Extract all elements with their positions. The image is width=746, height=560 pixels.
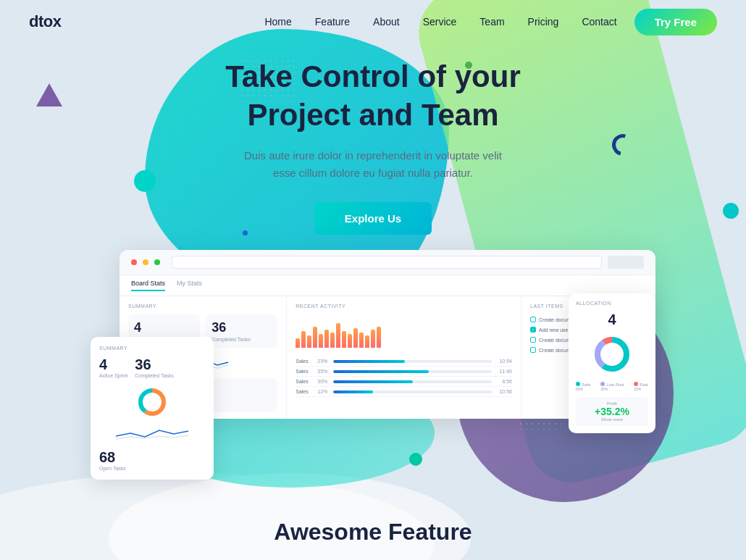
bar-15 (377, 327, 381, 348)
bar-8 (336, 323, 340, 348)
dot-teal-bottom-icon (409, 453, 422, 466)
footer-section: Awesome Feature (0, 504, 746, 560)
float-donut (99, 384, 205, 420)
brand-logo: dtox (29, 12, 61, 31)
tab-board-stats[interactable]: Board Stats (131, 280, 165, 291)
active-sprint-num: 4 (134, 320, 194, 335)
act-row-2: Sales 35% 11:40 (296, 367, 512, 377)
dashboard-mockup: Board Stats My Stats SUMMARY 4 Active Sp… (91, 250, 655, 419)
activity-col: Recent Activity (287, 296, 521, 419)
completed-tasks-card: 36 Completed Tasks (206, 314, 277, 348)
bar-2 (301, 331, 306, 348)
nav-feature[interactable]: Feature (315, 16, 350, 28)
bar-13 (365, 335, 369, 348)
nav-about[interactable]: About (373, 16, 400, 28)
allocation-title: ALLOCATION (576, 301, 648, 306)
activity-bar-chart (296, 314, 512, 351)
bar-6 (324, 330, 329, 348)
summary-title: SUMMARY (128, 304, 277, 309)
summary-float-card: SUMMARY 4 Active Sprint 36 Completed Tas… (91, 337, 214, 480)
nav-links: Home Feature About Service Team Pricing … (264, 15, 616, 28)
dashboard-search[interactable] (172, 256, 602, 269)
float-sparkline (99, 426, 205, 440)
bar-9 (342, 331, 346, 348)
navbar: dtox Home Feature About Service Team Pri… (0, 0, 746, 43)
completed-tasks-label: Completed Tasks (211, 337, 272, 342)
bar-10 (348, 334, 352, 348)
nav-contact[interactable]: Contact (582, 16, 616, 28)
dashboard-action[interactable] (608, 256, 644, 269)
completed-tasks-num: 36 (211, 320, 272, 335)
nav-home[interactable]: Home (264, 16, 291, 28)
show-more-link[interactable]: Show more (580, 417, 644, 422)
window-minimize-dot (143, 259, 148, 265)
bar-14 (371, 330, 375, 348)
profit-num: +35.2% (580, 406, 644, 417)
dashboard-topbar (120, 250, 655, 275)
nav-team[interactable]: Team (479, 16, 504, 28)
try-free-button[interactable]: Try Free (634, 9, 717, 35)
donut-chart (576, 333, 648, 376)
allocation-legend: Safe60% Low Risk30% Risk10% (576, 382, 648, 391)
bar-7 (330, 333, 335, 348)
act-row-3: Sales 30% 8:56 (296, 377, 512, 387)
allocation-num: 4 (576, 312, 648, 328)
float-summary-grid: 4 Active Sprint 36 Completed Tasks (99, 356, 205, 378)
bar-11 (353, 328, 358, 348)
hero-headline: Take Control of your Project and Team (0, 58, 746, 134)
float-active-num: 4 (99, 356, 127, 373)
explore-button[interactable]: Explore Us (314, 202, 432, 235)
profit-box: Profit +35.2% Show more (576, 397, 648, 426)
bar-1 (296, 338, 300, 348)
window-close-dot (131, 259, 137, 265)
allocation-card: ALLOCATION 4 Safe60% Low Risk30% Risk10%… (569, 293, 655, 433)
float-open-tasks: 68 Open Tasks (99, 449, 205, 471)
act-row-1: Sales 23% 10:54 (296, 356, 512, 367)
nav-service[interactable]: Service (423, 16, 457, 28)
activity-title: Recent Activity (296, 304, 512, 309)
hero-subtext: Duis aute irure dolor in reprehenderit i… (243, 147, 503, 182)
bar-4 (313, 327, 317, 348)
bar-12 (359, 333, 364, 348)
float-completed-num: 36 (135, 356, 174, 373)
activity-list: Sales 23% 10:54 Sales 35% 11:40 Sales 30… (296, 356, 512, 397)
bar-3 (307, 335, 311, 348)
hero-section: Take Control of your Project and Team Du… (0, 58, 746, 235)
window-expand-dot (154, 259, 160, 265)
footer-title: Awesome Feature (14, 519, 732, 546)
act-row-4: Sales 12% 10:56 (296, 387, 512, 397)
tab-my-stats[interactable]: My Stats (177, 280, 202, 291)
bar-5 (319, 334, 323, 348)
nav-pricing[interactable]: Pricing (528, 16, 559, 28)
